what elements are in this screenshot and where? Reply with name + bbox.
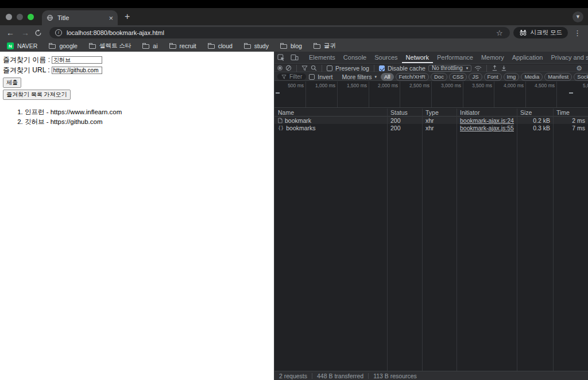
chip-img[interactable]: Img (504, 73, 520, 81)
device-toolbar-icon[interactable] (288, 52, 301, 63)
bookmark-folder-ai[interactable]: ai (142, 42, 157, 49)
fetch-bookmarks-button[interactable]: 즐겨찾기 목록 가져오기 (3, 90, 71, 100)
bookmark-label: cloud (218, 42, 233, 49)
preserve-log-label[interactable]: Preserve log (335, 65, 369, 72)
chip-socket[interactable]: Socket (574, 73, 588, 81)
tab-memory[interactable]: Memory (477, 52, 508, 63)
bookmark-url-input[interactable] (52, 67, 102, 74)
tab-sources[interactable]: Sources (370, 52, 401, 63)
more-filters-button[interactable]: More filters (342, 73, 372, 80)
tab-network[interactable]: Network (402, 52, 433, 63)
bookmark-name-input[interactable] (52, 56, 102, 64)
tab-console[interactable]: Console (339, 52, 370, 63)
request-type: xhr (422, 117, 457, 124)
inspect-element-icon[interactable] (274, 52, 288, 63)
tab-privacy-security[interactable]: Privacy and security (547, 52, 588, 63)
filter-toggle-icon[interactable] (301, 65, 308, 71)
new-tab-button[interactable]: + (125, 11, 130, 22)
header-type[interactable]: Type (422, 109, 457, 116)
initiator-link[interactable]: bookmark-ajax.js:24 (460, 117, 514, 124)
header-time[interactable]: Time (553, 109, 588, 116)
invert-checkbox[interactable] (309, 74, 315, 80)
browser-tab[interactable]: Title × (42, 10, 118, 25)
devtools-panel: Elements Console Sources Network Perform… (274, 52, 588, 380)
request-type-chips: All Fetch/XHR Doc CSS JS Font Img Media … (381, 73, 588, 81)
tab-performance[interactable]: Performance (433, 52, 477, 63)
request-row-bookmark[interactable]: bookmark 200 xhr bookmark-ajax.js:24 0.2… (274, 117, 588, 124)
bookmark-folder-selectstar[interactable]: 셀렉트 스타 (89, 42, 131, 50)
incognito-badge: 시크릿 모드 (513, 27, 568, 38)
overview-request-mark (569, 92, 573, 94)
bookmark-folder-cloud[interactable]: cloud (208, 42, 233, 49)
minimize-window-button[interactable] (17, 14, 23, 20)
chip-doc[interactable]: Doc (431, 73, 447, 81)
bookmark-star-icon[interactable]: ☆ (496, 29, 503, 37)
throttling-select[interactable]: No throttling ▾ (428, 65, 471, 72)
network-search-icon[interactable] (311, 65, 317, 71)
site-info-icon[interactable]: i (55, 29, 62, 36)
tab-close-icon[interactable]: × (109, 14, 113, 22)
window-top-strip (0, 0, 588, 8)
request-type: xhr (422, 125, 457, 131)
request-time: 2 ms (553, 117, 588, 124)
network-settings-gear-icon[interactable]: ⚙ (573, 64, 585, 72)
preserve-log-checkbox[interactable] (327, 65, 332, 71)
bookmark-folder-google[interactable]: google (49, 42, 78, 49)
chip-font[interactable]: Font (484, 73, 502, 81)
page-content: 즐겨찾기 이름 : 즐겨찾기 URL : 제출 즐겨찾기 목록 가져오기 인프런… (0, 52, 274, 380)
folder-icon (89, 44, 96, 49)
header-name[interactable]: Name (274, 109, 387, 116)
browser-menu-icon[interactable]: ⋮ (571, 29, 583, 37)
reload-icon[interactable] (34, 29, 46, 37)
disable-cache-label[interactable]: Disable cache (388, 65, 425, 72)
folder-icon (244, 44, 251, 49)
chip-media[interactable]: Media (521, 73, 543, 81)
traffic-lights (6, 14, 34, 20)
bookmark-label: NAVER (17, 42, 37, 49)
folder-icon (142, 44, 149, 49)
bookmark-url-label: 즐겨찾기 URL : (3, 65, 50, 75)
header-initiator[interactable]: Initiator (457, 109, 517, 116)
chip-fetch-xhr[interactable]: Fetch/XHR (396, 73, 429, 81)
filter-input[interactable]: Filter (277, 73, 306, 80)
record-network-log-icon[interactable] (277, 65, 283, 71)
invert-label[interactable]: Invert (318, 73, 332, 80)
bookmark-folder-study[interactable]: study (244, 42, 269, 49)
chip-manifest[interactable]: Manifest (544, 73, 572, 81)
initiator-link[interactable]: bookmark-ajax.js:55 (460, 125, 514, 131)
request-time: 7 ms (553, 125, 588, 131)
header-size[interactable]: Size (517, 109, 553, 116)
request-row-bookmarks[interactable]: {} bookmarks 200 xhr bookmark-ajax.js:55… (274, 124, 588, 131)
clear-network-log-icon[interactable] (285, 65, 292, 71)
back-icon[interactable]: ← (5, 28, 16, 37)
network-conditions-icon[interactable] (474, 65, 482, 71)
bookmark-folder-geulgwi[interactable]: 글귀 (314, 42, 336, 50)
bookmark-folder-recruit[interactable]: recruit (169, 42, 196, 49)
throttling-value: No throttling (432, 65, 463, 71)
disable-cache-checkbox[interactable] (379, 65, 385, 71)
chip-css[interactable]: CSS (449, 73, 467, 81)
bookmark-folder-blog[interactable]: blog (280, 42, 302, 49)
browser-window: Title × + ▼ ← → i localhost:8080/bookmar… (0, 0, 588, 380)
network-overview-timeline[interactable]: 500 ms 1,000 ms 1,500 ms 2,000 ms 2,500 … (274, 82, 588, 108)
tab-elements[interactable]: Elements (305, 52, 339, 63)
devtools-tab-bar: Elements Console Sources Network Perform… (274, 52, 588, 64)
chip-js[interactable]: JS (469, 73, 482, 81)
bookmark-label: recruit (180, 42, 196, 49)
close-window-button[interactable] (6, 14, 12, 20)
forward-icon[interactable]: → (20, 28, 31, 37)
tab-search-chevron-icon[interactable]: ▼ (572, 11, 583, 22)
header-status[interactable]: Status (387, 109, 422, 116)
requests-count: 2 requests (279, 373, 307, 379)
tab-application[interactable]: Application (508, 52, 547, 63)
chip-all[interactable]: All (381, 73, 394, 81)
submit-button[interactable]: 제출 (3, 77, 21, 88)
import-har-icon[interactable] (492, 65, 498, 71)
export-har-icon[interactable] (501, 65, 507, 71)
maximize-window-button[interactable] (28, 14, 34, 20)
address-bar[interactable]: i localhost:8080/bookmark-ajax.html ☆ (49, 27, 510, 38)
url-text[interactable]: localhost:8080/bookmark-ajax.html (67, 29, 492, 36)
tab-strip: Title × + ▼ (0, 8, 588, 25)
json-icon: {} (278, 125, 284, 131)
bookmark-item-naver[interactable]: N NAVER (7, 42, 37, 49)
